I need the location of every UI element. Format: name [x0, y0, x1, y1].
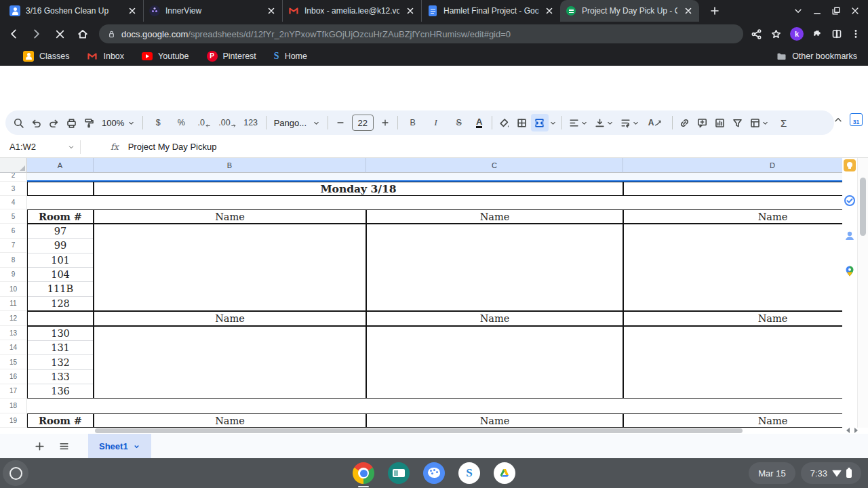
cell-d12-name[interactable]: Name — [623, 311, 842, 326]
cell-d5-name[interactable]: Name — [623, 209, 842, 224]
row-header-18[interactable]: 18 — [0, 399, 27, 413]
split-screen-icon[interactable] — [831, 28, 842, 39]
contacts-icon[interactable] — [844, 230, 856, 242]
tab-search-chevron-icon[interactable] — [793, 6, 803, 16]
font-size-input[interactable]: 22 — [352, 115, 374, 131]
decrease-font-size-button[interactable] — [332, 114, 349, 131]
extensions-puzzle-icon[interactable] — [812, 28, 823, 40]
table-views-button[interactable] — [747, 114, 772, 131]
close-tab-icon[interactable] — [544, 5, 555, 16]
bookmark-youtube[interactable]: Youtube — [142, 52, 189, 61]
more-formats-button[interactable]: 123 — [239, 114, 262, 131]
bookmark-inbox[interactable]: Inbox — [87, 51, 124, 62]
insert-link-button[interactable] — [676, 114, 694, 131]
cell-b6-merged[interactable] — [94, 224, 366, 311]
row-header-14[interactable]: 14 — [0, 340, 27, 354]
cell-b5-name[interactable]: Name — [94, 209, 366, 224]
bold-button[interactable]: B — [401, 114, 425, 131]
insert-comment-button[interactable] — [694, 114, 711, 131]
tab-inbox[interactable]: Inbox - amelia.lee@k12.vcsdn — [282, 0, 421, 22]
increase-decimals-button[interactable]: .00 — [216, 114, 239, 131]
text-color-button[interactable]: A — [471, 114, 488, 131]
cell-c6-merged[interactable] — [366, 224, 623, 311]
paint-format-button[interactable] — [80, 114, 98, 131]
scroll-right-arrow[interactable] — [854, 428, 858, 433]
bookmark-star-icon[interactable] — [770, 28, 782, 40]
cell-d13-merged[interactable] — [623, 326, 842, 399]
launcher-button[interactable] — [3, 460, 28, 486]
minimize-window-icon[interactable] — [812, 6, 822, 16]
row-header-10[interactable]: 10 — [0, 282, 27, 297]
column-header-b[interactable]: B — [94, 158, 366, 173]
kami-extension-icon[interactable]: k — [790, 27, 804, 41]
column-header-d[interactable]: D — [623, 158, 842, 173]
close-window-icon[interactable] — [850, 6, 860, 16]
horizontal-scrollbar-thumb[interactable] — [95, 428, 743, 433]
canvas-app-icon[interactable] — [423, 462, 445, 484]
close-tab-icon[interactable] — [127, 5, 138, 16]
cell-room-133[interactable]: 133 — [28, 370, 93, 384]
create-filter-button[interactable] — [729, 114, 747, 131]
cell-a5-room-header[interactable]: Room # — [27, 209, 94, 224]
vertical-scrollbar-thumb[interactable] — [860, 178, 866, 236]
browser-menu-kebab-icon[interactable] — [850, 28, 861, 39]
insert-chart-button[interactable] — [711, 114, 729, 131]
cell-room-101[interactable]: 101 — [28, 253, 93, 268]
close-tab-icon[interactable] — [266, 5, 277, 16]
cell-d19-name[interactable]: Name — [623, 413, 842, 428]
increase-font-size-button[interactable] — [376, 114, 394, 131]
horizontal-scrollbar[interactable] — [0, 428, 868, 434]
font-select[interactable]: Pango... — [270, 114, 324, 131]
cell-room-111b[interactable]: 111B — [28, 282, 93, 296]
row-header-17[interactable]: 17 — [0, 384, 27, 399]
borders-button[interactable] — [513, 114, 531, 131]
strikethrough-button[interactable]: S — [448, 114, 471, 131]
add-sheet-button[interactable] — [27, 434, 52, 458]
cell-room-131[interactable]: 131 — [28, 341, 93, 355]
scroll-left-arrow[interactable] — [846, 428, 850, 433]
cell-c13-merged[interactable] — [366, 326, 623, 399]
row-header-7[interactable]: 7 — [0, 239, 27, 253]
cell-b13-merged[interactable] — [94, 326, 366, 399]
undo-button[interactable] — [27, 114, 45, 131]
italic-button[interactable]: I — [425, 114, 448, 131]
url-bar[interactable]: docs.google.com/spreadsheets/d/12fYr_2nY… — [99, 24, 743, 43]
cell-room-132[interactable]: 132 — [28, 355, 93, 369]
sheet-tab-sheet1[interactable]: Sheet1 — [88, 434, 151, 458]
row-header-2[interactable]: 2 — [0, 173, 27, 182]
name-box[interactable]: A1:W2 — [0, 142, 80, 152]
row-header-12[interactable]: 12 — [0, 311, 27, 326]
share-page-icon[interactable] — [751, 28, 762, 40]
keep-icon[interactable] — [844, 159, 856, 171]
column-header-a[interactable]: A — [27, 158, 94, 173]
format-currency-button[interactable]: $ — [146, 114, 170, 131]
search-menus-button[interactable] — [9, 114, 27, 131]
column-header-c[interactable]: C — [366, 158, 623, 173]
merge-cells-button[interactable] — [531, 114, 549, 131]
cell-row4[interactable] — [27, 196, 842, 209]
cell-c19-name[interactable]: Name — [366, 413, 623, 428]
row-header-15[interactable]: 15 — [0, 355, 27, 369]
stop-loading-button[interactable] — [50, 24, 69, 43]
horizontal-align-button[interactable] — [566, 114, 591, 131]
cell-d3[interactable] — [623, 182, 842, 196]
all-sheets-button[interactable] — [52, 434, 76, 458]
other-bookmarks[interactable]: Other bookmarks — [776, 51, 868, 62]
cell-b3-merged[interactable]: Monday 3/18 — [94, 182, 623, 196]
cell-b19-name[interactable]: Name — [94, 413, 366, 428]
vertical-scrollbar[interactable] — [857, 158, 868, 428]
functions-button[interactable]: Σ — [772, 114, 795, 131]
collapse-toolbar-icon[interactable] — [833, 115, 843, 125]
cell-room-136[interactable]: 136 — [28, 384, 93, 398]
cell-room-128[interactable]: 128 — [28, 297, 93, 310]
close-tab-icon[interactable] — [683, 5, 694, 16]
cell-a19-room-header[interactable]: Room # — [27, 413, 94, 428]
row-header-11[interactable]: 11 — [0, 297, 27, 312]
forward-button[interactable] — [27, 24, 46, 43]
bookmark-classes[interactable]: Classes — [23, 51, 69, 62]
row-header-9[interactable]: 9 — [0, 268, 27, 283]
cell-a3[interactable] — [27, 182, 94, 196]
formula-input[interactable]: Project My Day Pickup — [128, 142, 217, 152]
new-tab-button[interactable] — [705, 1, 725, 21]
print-button[interactable] — [62, 114, 80, 131]
